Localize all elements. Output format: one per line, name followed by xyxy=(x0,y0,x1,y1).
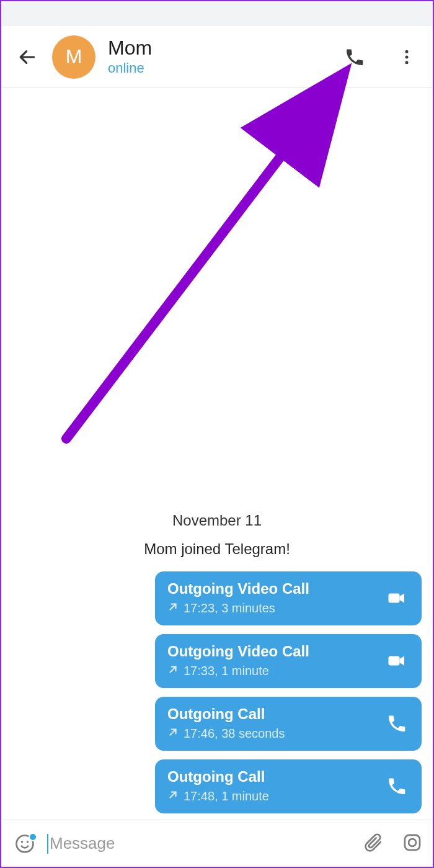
contact-title-block[interactable]: Mom online xyxy=(108,37,341,76)
text-caret xyxy=(47,834,48,854)
avatar-initial: M xyxy=(66,45,82,68)
contact-avatar[interactable]: M xyxy=(52,35,95,79)
svg-line-6 xyxy=(170,667,176,673)
outgoing-arrow-icon xyxy=(167,789,179,803)
call-time-duration: 17:23, 3 minutes xyxy=(184,601,275,615)
call-texts: Outgoing Call17:46, 38 seconds xyxy=(167,705,285,741)
app-frame: M Mom online November 11 Mom joined Tele… xyxy=(0,0,434,868)
call-button[interactable] xyxy=(341,43,368,71)
camera-shutter-icon xyxy=(402,832,423,853)
chat-header: M Mom online xyxy=(1,26,433,88)
call-bubble[interactable]: Outgoing Call17:46, 38 seconds xyxy=(155,697,422,751)
contact-name: Mom xyxy=(108,37,341,59)
back-button[interactable] xyxy=(14,43,41,71)
call-bubbles: Outgoing Video Call17:23, 3 minutesOutgo… xyxy=(12,571,422,813)
call-time-duration: 17:48, 1 minute xyxy=(184,789,269,803)
svg-point-3 xyxy=(405,61,409,64)
input-bar xyxy=(1,820,433,867)
svg-point-1 xyxy=(405,50,409,53)
svg-line-9 xyxy=(170,792,176,798)
message-input-wrap[interactable] xyxy=(47,834,353,854)
phone-icon xyxy=(384,774,409,799)
system-message: Mom joined Telegram! xyxy=(144,540,290,558)
svg-point-2 xyxy=(405,55,409,58)
date-divider: November 11 xyxy=(172,512,262,529)
message-list: November 11 Mom joined Telegram! Outgoin… xyxy=(1,506,433,820)
call-meta: 17:23, 3 minutes xyxy=(167,601,309,615)
call-bubble[interactable]: Outgoing Video Call17:33, 1 minute xyxy=(155,634,422,688)
outgoing-arrow-icon xyxy=(167,727,179,741)
more-menu-button[interactable] xyxy=(393,43,420,71)
call-texts: Outgoing Call17:48, 1 minute xyxy=(167,768,269,803)
contact-status: online xyxy=(108,60,341,76)
more-vertical-icon xyxy=(397,48,416,66)
call-meta: 17:48, 1 minute xyxy=(167,789,269,803)
svg-rect-7 xyxy=(389,656,400,665)
svg-line-4 xyxy=(170,604,176,610)
outgoing-arrow-icon xyxy=(167,664,179,678)
call-title: Outgoing Video Call xyxy=(167,643,309,660)
svg-rect-13 xyxy=(405,834,420,849)
attach-button[interactable] xyxy=(362,832,383,856)
call-title: Outgoing Call xyxy=(167,768,269,785)
call-texts: Outgoing Video Call17:33, 1 minute xyxy=(167,643,309,678)
video-icon xyxy=(384,586,409,611)
outgoing-arrow-icon xyxy=(167,601,179,615)
svg-point-14 xyxy=(409,839,416,846)
call-time-duration: 17:46, 38 seconds xyxy=(184,727,285,741)
message-input[interactable] xyxy=(50,834,353,853)
record-button[interactable] xyxy=(402,832,423,856)
arrow-left-icon xyxy=(17,47,37,67)
call-bubble[interactable]: Outgoing Video Call17:23, 3 minutes xyxy=(155,571,422,625)
chat-area[interactable]: November 11 Mom joined Telegram! Outgoin… xyxy=(1,88,433,820)
call-texts: Outgoing Video Call17:23, 3 minutes xyxy=(167,580,309,615)
svg-rect-5 xyxy=(389,593,400,602)
phone-icon xyxy=(344,47,365,68)
status-bar xyxy=(1,1,433,26)
call-meta: 17:46, 38 seconds xyxy=(167,727,285,741)
phone-icon xyxy=(384,711,409,736)
call-meta: 17:33, 1 minute xyxy=(167,664,309,678)
svg-line-8 xyxy=(170,730,176,735)
call-title: Outgoing Call xyxy=(167,705,285,723)
svg-point-11 xyxy=(21,841,24,843)
emoji-button[interactable] xyxy=(11,830,38,857)
call-time-duration: 17:33, 1 minute xyxy=(184,664,269,678)
notification-dot xyxy=(29,833,37,841)
video-icon xyxy=(384,648,409,673)
call-title: Outgoing Video Call xyxy=(167,580,309,597)
paperclip-icon xyxy=(362,832,383,853)
header-actions xyxy=(341,43,420,71)
call-bubble[interactable]: Outgoing Call17:48, 1 minute xyxy=(155,759,422,813)
svg-point-12 xyxy=(27,841,29,843)
input-right-actions xyxy=(362,832,423,856)
